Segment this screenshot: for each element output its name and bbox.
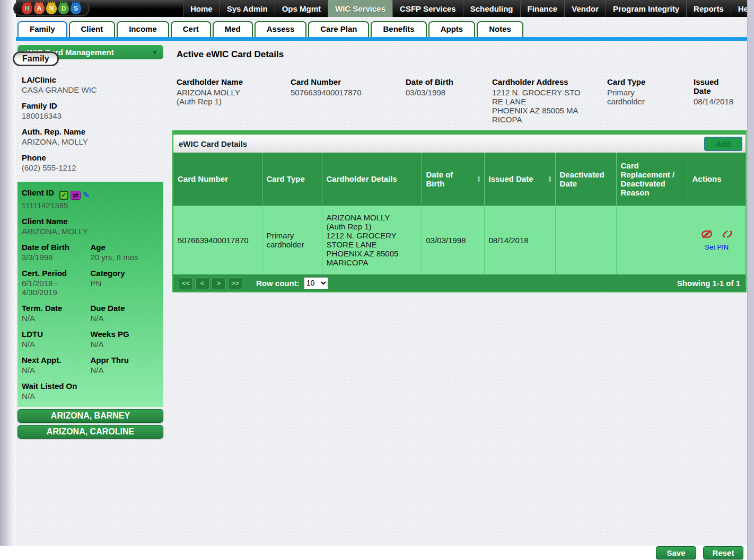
tab-appts[interactable]: Appts	[428, 21, 476, 37]
next-appt-label: Next Appt.	[22, 355, 91, 365]
cert-period-label: Cert. Period	[22, 269, 91, 278]
menu-item-ops-mgmt[interactable]: Ops Mgmt	[275, 0, 328, 17]
card-number-label: Card Number	[291, 77, 406, 86]
tab-med[interactable]: Med	[213, 21, 253, 37]
tab-assess[interactable]: Assess	[255, 21, 307, 37]
menu-item-finance[interactable]: Finance	[520, 0, 565, 17]
add-button[interactable]: Add	[704, 137, 742, 151]
age-label: Age	[91, 243, 160, 252]
chevron-down-icon: ▼	[152, 49, 158, 56]
next-page-button[interactable]: >	[212, 277, 226, 289]
cell-actions: Set PIN	[688, 206, 746, 274]
menu-item-scheduling[interactable]: Scheduling	[463, 0, 520, 17]
save-button[interactable]: Save	[656, 546, 696, 559]
weeks-pg-label: Weeks PG	[91, 330, 160, 339]
page: H A N D S Home Sys Admin Ops Mgmt WIC Se…	[16, 0, 747, 560]
tab-benefits[interactable]: Benefits	[371, 21, 426, 37]
menu-item-reports[interactable]: Reports	[686, 0, 731, 17]
cell-date-of-birth: 03/03/1998	[422, 206, 484, 274]
reset-button[interactable]: Reset	[703, 546, 743, 559]
tab-care-plan[interactable]: Care Plan	[308, 21, 369, 37]
menu-item-program-integrity[interactable]: Program Integrity	[606, 0, 686, 17]
cell-card-type: Primary cardholder	[262, 206, 322, 274]
ldtu-label: LDTU	[22, 330, 91, 339]
ewic-card-details-panel: eWIC Card Details Add Card Number Card T…	[172, 130, 747, 292]
category-label: Category	[91, 269, 160, 278]
prev-page-button[interactable]: <	[195, 277, 209, 289]
edit-pencil-icon[interactable]: ✎	[83, 191, 90, 200]
cell-deactivated-date	[555, 206, 616, 274]
tab-family[interactable]: Family	[17, 21, 67, 37]
panel-header: eWIC Card Details Add	[173, 135, 746, 153]
family-member-button-barney[interactable]: ARIZONA, BARNEY	[17, 409, 163, 423]
tab-notes[interactable]: Notes	[477, 21, 523, 37]
column-header-deactivated-date[interactable]: Deactivated Date	[555, 153, 616, 206]
sort-icon[interactable]: ▲▼	[477, 175, 481, 183]
set-pin-link[interactable]: Set PIN	[692, 243, 742, 251]
family-member-button-caroline[interactable]: ARIZONA, CAROLINE	[17, 425, 163, 439]
hands-logo-letter: N	[46, 3, 57, 14]
row-count-select[interactable]: 10	[304, 277, 328, 289]
appr-thru-value: N/A	[91, 366, 160, 375]
cardholder-address-value: 1212 N. GROCERY STORE LANE PHOENIX AZ 85…	[492, 88, 588, 124]
menu-item-vendor[interactable]: Vendor	[564, 0, 606, 17]
page-title: Active eWIC Card Details	[177, 49, 747, 60]
sort-icon[interactable]: ▲▼	[548, 175, 553, 183]
client-id-label: Client ID ✓ ⇄ ✎	[22, 188, 159, 200]
family-badge[interactable]: Family	[13, 51, 59, 66]
card-type-value: Primary cardholder	[607, 88, 657, 106]
menu-item-csfp-services[interactable]: CSFP Services	[392, 0, 463, 17]
cell-replacement-reason	[616, 206, 688, 274]
last-page-button[interactable]: >>	[228, 277, 242, 289]
tab-income[interactable]: Income	[117, 21, 169, 37]
column-header-date-of-birth[interactable]: Date of Birth ▲▼	[422, 153, 484, 206]
main-menu: Home Sys Admin Ops Mgmt WIC Services CSF…	[183, 0, 754, 17]
scrollbar-track[interactable]	[747, 0, 754, 560]
cell-card-number: 5076639400017870	[173, 206, 262, 274]
tab-cert[interactable]: Cert	[171, 21, 211, 37]
hands-logo-letter: H	[22, 3, 32, 14]
menu-item-wic-services[interactable]: WIC Services	[328, 0, 392, 17]
main-content: Active eWIC Card Details Cardholder Name…	[172, 41, 747, 292]
card-type-label: Card Type	[607, 77, 694, 86]
deactivate-card-eye-icon[interactable]	[701, 229, 713, 239]
column-header-card-number[interactable]: Card Number	[173, 153, 262, 206]
column-header-issued-date[interactable]: Issued Date ▲▼	[484, 153, 555, 206]
module-selector[interactable]: eWIC Card Management ▼ Family	[17, 45, 163, 59]
wait-listed-value: N/A	[22, 392, 159, 401]
client-name-value: ARIZONA, MOLLY	[22, 227, 159, 236]
ldtu-value: N/A	[22, 340, 91, 349]
family-id-label: Family ID	[22, 101, 163, 110]
column-header-actions[interactable]: Actions	[688, 153, 746, 206]
top-navigation-bar: H A N D S Home Sys Admin Ops Mgmt WIC Se…	[16, 0, 747, 17]
menu-item-home[interactable]: Home	[183, 0, 220, 17]
section-tabs: Family Client Income Cert Med Assess Car…	[16, 17, 747, 37]
due-date-label: Due Date	[91, 304, 160, 313]
column-header-replacement-reason[interactable]: Card Replacement / Deactivated Reason	[616, 153, 688, 206]
column-header-cardholder-details[interactable]: Cardholder Details	[322, 153, 422, 206]
term-date-value: N/A	[22, 314, 91, 323]
auth-rep-label: Auth. Rep. Name	[22, 127, 163, 136]
cardholder-address-label: Cardholder Address	[492, 77, 607, 86]
active-tab-indicator-bar	[16, 37, 747, 41]
showing-status: Showing 1-1 of 1	[677, 279, 740, 288]
auth-rep-value: ARIZONA, MOLLY	[22, 137, 163, 146]
tab-client[interactable]: Client	[69, 21, 116, 37]
issued-date-value: 08/14/2018	[694, 97, 747, 106]
transfer-icon[interactable]: ⇄	[71, 191, 81, 200]
menu-item-sys-admin[interactable]: Sys Admin	[220, 0, 275, 17]
hands-logo-letter: D	[58, 3, 69, 14]
certified-checkbox-icon[interactable]: ✓	[59, 191, 68, 200]
phone-label: Phone	[22, 153, 163, 162]
first-page-button[interactable]: <<	[179, 277, 193, 289]
unlink-card-icon[interactable]	[722, 229, 733, 239]
appr-thru-label: Appr Thru	[91, 355, 160, 365]
dob-label: Date of Birth	[22, 243, 91, 252]
cert-period-value: 6/1/2018 - 4/30/2019	[22, 279, 80, 297]
category-value: PN	[91, 279, 160, 288]
family-summary: LA/Clinic CASA GRANDE WIC Family ID 1800…	[17, 59, 163, 182]
column-header-card-type[interactable]: Card Type	[262, 153, 322, 206]
hands-logo-letter: A	[34, 3, 45, 14]
cardholder-name-label: Cardholder Name	[177, 77, 291, 86]
cell-cardholder-details: ARIZONA MOLLY (Auth Rep 1) 1212 N. GROCE…	[322, 206, 422, 274]
